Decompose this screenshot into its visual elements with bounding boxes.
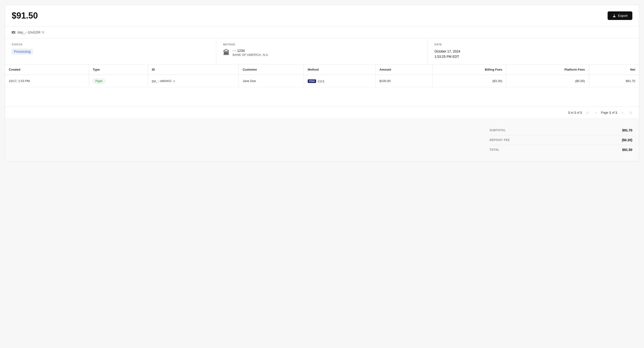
- total-amount: $91.50: [12, 11, 38, 21]
- date-section: DATE October 17, 2024 1:53:25 PM EDT: [428, 38, 639, 64]
- date-value: October 17, 2024 1:53:25 PM EDT: [434, 49, 632, 59]
- card-last4: 1111: [318, 79, 324, 83]
- summary-section: SUBTOTAL $91.70 DEPOSIT FEE ($0.20) TOTA…: [5, 119, 639, 161]
- cell-method: VISA 1111: [304, 75, 375, 87]
- visa-logo: VISA: [308, 79, 316, 83]
- first-page-button[interactable]: |<: [585, 110, 590, 115]
- current-page: 1: [609, 111, 611, 114]
- col-billing-fees: Billing Fees: [432, 64, 506, 75]
- type-badge: Payin: [93, 79, 105, 83]
- bank-name: BANK OF AMERICA, N.A.: [232, 53, 269, 57]
- method-content: 🏛 ···· 1234 BANK OF AMERICA, N.A.: [223, 49, 421, 57]
- col-amount: Amount: [376, 64, 433, 75]
- cell-customer: Jane Doe: [239, 75, 304, 87]
- empty-space: [5, 87, 639, 107]
- id-row: ID: dep_···10vGDR ⧉: [5, 27, 639, 38]
- cell-type: Payin: [89, 75, 148, 87]
- id-label: ID:: [12, 30, 16, 34]
- last-page-button[interactable]: >|: [628, 110, 633, 115]
- table-header-row: Created Type ID Customer Method Amount B…: [5, 64, 639, 75]
- visa-badge: VISA 1111: [308, 79, 324, 83]
- export-icon: [612, 14, 616, 17]
- subtotal-label: SUBTOTAL: [490, 129, 506, 132]
- col-id: ID: [148, 64, 239, 75]
- cell-created: 10/17, 1:53 PM: [5, 75, 89, 87]
- method-section: METHOD 🏛 ···· 1234 BANK OF AMERICA, N.A.: [216, 38, 428, 64]
- total-row: TOTAL $91.50: [490, 145, 632, 155]
- export-button[interactable]: Export: [608, 11, 632, 20]
- bank-icon: 🏛: [223, 49, 230, 57]
- col-method: Method: [304, 64, 375, 75]
- cell-id: pyi_···sMIAKG ⧉: [148, 75, 239, 87]
- col-customer: Customer: [239, 64, 304, 75]
- cell-billing-fees: ($3.30): [432, 75, 506, 87]
- cell-net: $91.70: [589, 75, 639, 87]
- deposit-fee-value: ($0.20): [622, 138, 632, 142]
- page-info: Page 1 of 1: [601, 111, 617, 114]
- transactions-table: Created Type ID Customer Method Amount B…: [5, 64, 639, 87]
- transactions-table-wrapper: Created Type ID Customer Method Amount B…: [5, 64, 639, 107]
- status-section: STATUS Processing: [5, 38, 216, 64]
- total-pages: 1: [616, 111, 617, 114]
- pagination: 1 to 1 of 1 |< < Page 1 of 1 > >|: [5, 107, 639, 119]
- status-badge: Processing: [12, 49, 33, 54]
- next-page-button[interactable]: >: [620, 110, 625, 115]
- col-created: Created: [5, 64, 89, 75]
- subtotal-row: SUBTOTAL $91.70: [490, 126, 632, 135]
- method-dots: ···· 1234: [232, 49, 269, 52]
- main-container: $91.50 Export ID: dep_···10vGDR ⧉ STATUS…: [5, 5, 639, 162]
- copy-transaction-id[interactable]: ⧉: [173, 80, 175, 82]
- summary-table: SUBTOTAL $91.70 DEPOSIT FEE ($0.20) TOTA…: [490, 126, 632, 155]
- cell-amount: $100.00: [376, 75, 433, 87]
- table-row: 10/17, 1:53 PM Payin pyi_···sMIAKG ⧉ Jan…: [5, 75, 639, 87]
- total-label: TOTAL: [490, 148, 499, 152]
- method-details: ···· 1234 BANK OF AMERICA, N.A.: [232, 49, 269, 57]
- id-value: dep_···10vGDR: [18, 30, 41, 34]
- deposit-fee-row: DEPOSIT FEE ($0.20): [490, 135, 632, 145]
- pagination-range: 1 to 1 of 1: [568, 111, 582, 114]
- status-label: STATUS: [12, 43, 210, 46]
- deposit-fee-label: DEPOSIT FEE: [490, 138, 510, 142]
- col-net: Net: [589, 64, 639, 75]
- prev-page-button[interactable]: <: [593, 110, 598, 115]
- subtotal-value: $91.70: [622, 128, 632, 132]
- info-row: STATUS Processing METHOD 🏛 ···· 1234 BAN…: [5, 38, 639, 64]
- copy-id-button[interactable]: ⧉: [42, 30, 44, 34]
- total-value: $91.50: [622, 148, 632, 152]
- cell-platform-fees: ($5.00): [506, 75, 589, 87]
- col-platform-fees: Platform Fees: [506, 64, 589, 75]
- col-type: Type: [89, 64, 148, 75]
- date-time: 1:53:25 PM EDT: [434, 54, 632, 59]
- date-date: October 17, 2024: [434, 49, 632, 54]
- method-label: METHOD: [223, 43, 421, 46]
- date-label: DATE: [434, 43, 632, 46]
- header: $91.50 Export: [5, 5, 639, 27]
